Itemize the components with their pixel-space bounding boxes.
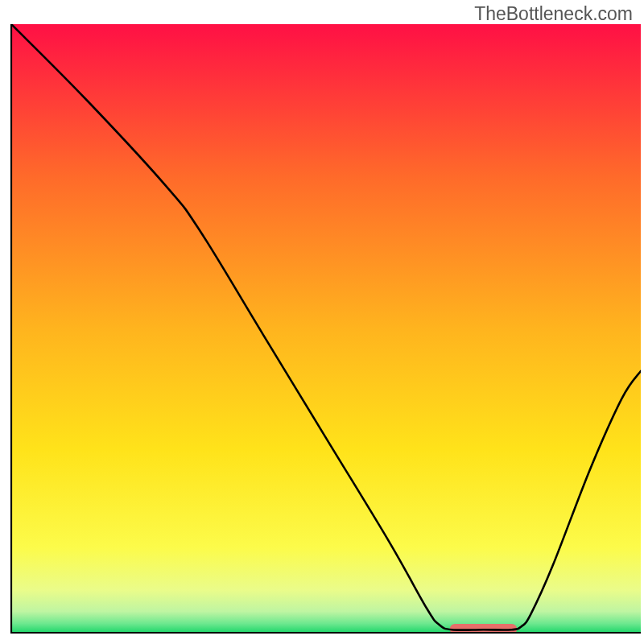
bottleneck-chart xyxy=(0,0,644,644)
chart-container: { "watermark": "TheBottleneck.com", "cha… xyxy=(0,0,644,644)
gradient-background xyxy=(11,24,641,633)
watermark-text: TheBottleneck.com xyxy=(474,3,633,25)
